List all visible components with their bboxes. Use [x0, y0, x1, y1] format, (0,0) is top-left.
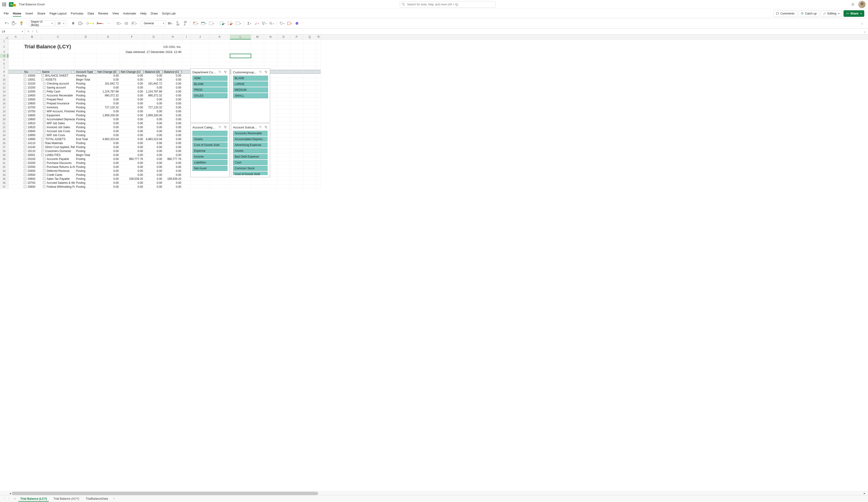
cell-type[interactable]: Posting — [75, 157, 96, 161]
cell[interactable] — [277, 50, 290, 54]
cell-type[interactable]: Posting — [75, 86, 96, 90]
cell-bal-credit[interactable]: 0.00 — [163, 137, 183, 141]
cell-net-credit[interactable]: 0.00 — [120, 126, 144, 129]
cell[interactable] — [316, 86, 321, 90]
cell-bal-credit[interactable]: 0.00 — [163, 185, 183, 189]
cell-bal-debit[interactable]: 0.00 — [144, 177, 163, 181]
cell-net-debit[interactable]: 1,859,200.00 — [96, 113, 120, 118]
scroll-thumb[interactable] — [12, 492, 318, 495]
row-header[interactable]: 31 — [0, 161, 8, 165]
cell[interactable] — [8, 102, 23, 106]
cell[interactable] — [290, 126, 303, 129]
cell[interactable] — [303, 90, 316, 94]
cell[interactable] — [8, 121, 23, 126]
cell[interactable] — [251, 58, 264, 62]
cell-no[interactable]: −10600 — [23, 102, 41, 106]
cell-type[interactable]: Posting — [75, 82, 96, 86]
slicer-item[interactable]: Common Stock — [233, 166, 268, 171]
cell[interactable] — [264, 185, 277, 189]
cell-net-debit[interactable]: 0.00 — [96, 181, 120, 185]
cell-bal-debit[interactable]: 727,120.32 — [144, 106, 163, 110]
format-painter-button[interactable] — [18, 20, 25, 27]
cell-no[interactable]: −10200 — [23, 86, 41, 90]
cell-net-credit[interactable]: 0.00 — [120, 137, 144, 141]
cell[interactable] — [277, 102, 290, 106]
cell-net-credit[interactable]: 0.00 — [120, 86, 144, 90]
table-header[interactable]: No.▾ — [23, 70, 41, 74]
editing-button[interactable]: Editing — [821, 10, 842, 17]
cell-bal-credit[interactable]: 0.00 — [163, 118, 183, 121]
tab-insert[interactable]: Insert — [25, 10, 33, 17]
cell-bal-debit[interactable]: 0.00 — [144, 98, 163, 102]
cell[interactable] — [290, 90, 303, 94]
outline-toggle-icon[interactable]: − — [24, 162, 27, 164]
addins-button[interactable] — [286, 20, 293, 27]
cell-net-credit[interactable]: 0.00 — [120, 129, 144, 133]
outline-toggle-icon[interactable]: − — [24, 146, 27, 148]
table-header[interactable]: Account Type▾ — [75, 70, 96, 74]
outline-toggle-icon[interactable]: − — [43, 118, 45, 120]
font-size-select[interactable]: 10 — [55, 20, 66, 27]
outline-toggle-icon[interactable]: − — [43, 162, 45, 164]
cell-bal-credit[interactable]: 0.00 — [163, 161, 183, 165]
cell[interactable] — [277, 153, 290, 157]
cell[interactable] — [277, 106, 290, 110]
column-header-N[interactable]: N — [264, 34, 277, 39]
clear-filter-icon[interactable] — [223, 70, 227, 74]
cell[interactable] — [316, 94, 321, 98]
cell-no[interactable]: −14110 — [23, 141, 41, 145]
cell[interactable] — [191, 43, 209, 50]
outline-toggle-icon[interactable]: − — [24, 178, 27, 180]
outline-toggle-icon[interactable]: − — [42, 154, 44, 156]
cell[interactable] — [8, 165, 23, 169]
cell-name[interactable]: −Accounts Payable — [41, 157, 75, 161]
slicer-item[interactable]: PROD — [193, 87, 227, 92]
row-header[interactable]: 28 — [0, 149, 8, 153]
outline-toggle-icon[interactable]: − — [24, 138, 27, 140]
cell[interactable] — [183, 94, 191, 98]
cell[interactable] — [183, 129, 191, 133]
cell[interactable] — [303, 137, 316, 141]
cell[interactable] — [251, 54, 264, 58]
cell[interactable] — [303, 121, 316, 126]
cell-type[interactable]: Posting — [75, 173, 96, 177]
cell[interactable] — [120, 54, 144, 58]
grid-body[interactable]: 12Trial Balance (LCY)CRONUS USA, Inc.3Da… — [0, 39, 868, 491]
cell[interactable] — [290, 137, 303, 141]
cell[interactable] — [183, 86, 191, 90]
cell-net-debit[interactable]: 0.00 — [96, 86, 120, 90]
cell[interactable] — [96, 54, 120, 58]
cell[interactable] — [303, 173, 316, 177]
filter-dropdown-icon[interactable]: ▾ — [141, 71, 144, 73]
cell[interactable] — [277, 121, 290, 126]
cell[interactable] — [303, 39, 316, 43]
active-cell[interactable] — [230, 54, 251, 58]
outline-toggle-icon[interactable]: − — [24, 78, 27, 81]
cell-net-credit[interactable]: 0.00 — [120, 133, 144, 137]
cell[interactable] — [8, 141, 23, 145]
cell[interactable] — [277, 90, 290, 94]
cell[interactable] — [23, 50, 41, 54]
cell-net-debit[interactable]: 0.00 — [96, 177, 120, 181]
cell-no[interactable]: −20300 — [23, 165, 41, 169]
row-header[interactable]: 26 — [0, 141, 8, 145]
cell-type[interactable]: Begin-Total — [75, 78, 96, 82]
cell[interactable] — [191, 62, 209, 66]
cell[interactable] — [290, 70, 303, 74]
cell[interactable] — [277, 126, 290, 129]
outline-toggle-icon[interactable]: − — [24, 126, 27, 128]
column-header-O[interactable]: O — [277, 34, 290, 39]
cell-net-credit[interactable]: 0.00 — [120, 94, 144, 98]
cell[interactable] — [290, 118, 303, 121]
outline-toggle-icon[interactable]: − — [43, 181, 45, 184]
select-all-corner[interactable] — [0, 34, 8, 39]
outline-toggle-icon[interactable]: − — [24, 185, 27, 188]
cell[interactable] — [163, 54, 183, 58]
cell-type[interactable]: Posting — [75, 94, 96, 98]
copilot-button[interactable] — [294, 20, 300, 27]
cell-type[interactable]: Posting — [75, 169, 96, 173]
cell-no[interactable]: −20800 — [23, 185, 41, 189]
cell-type[interactable]: Heading — [75, 74, 96, 78]
cell-bal-credit[interactable]: 0.00 — [163, 173, 183, 177]
cell[interactable] — [183, 106, 191, 110]
